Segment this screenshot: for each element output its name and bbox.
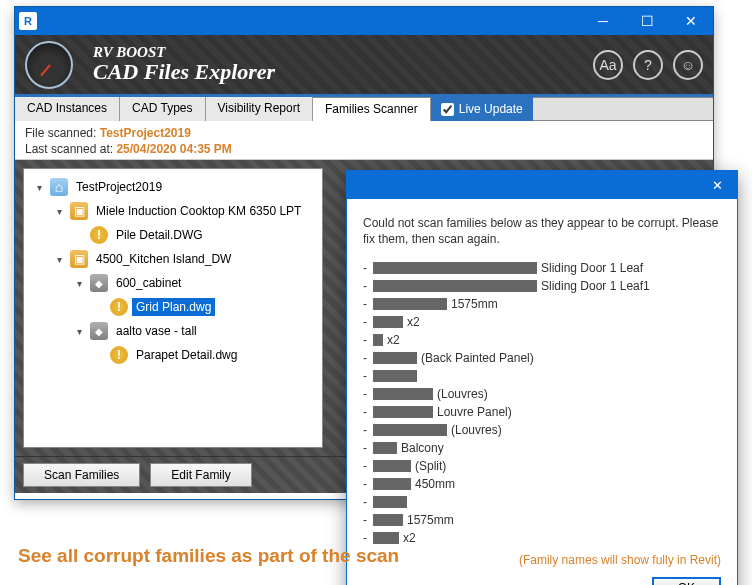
- box-icon: [70, 202, 88, 220]
- tree-node-label[interactable]: Miele Induction Cooktop KM 6350 LPT: [92, 202, 305, 220]
- redacted-name: [373, 316, 403, 328]
- file-scanned-value: TestProject2019: [100, 126, 191, 140]
- warn-icon: [110, 298, 128, 316]
- text-size-icon[interactable]: Aa: [593, 50, 623, 80]
- error-dialog: ✕ Could not scan families below as they …: [346, 170, 738, 585]
- tab-visibility-report[interactable]: Visibility Report: [206, 97, 313, 121]
- header-panel: RV BOOST CAD Files Explorer Aa ? ☺: [15, 35, 713, 97]
- family-tree[interactable]: ▾TestProject2019▾Miele Induction Cooktop…: [23, 168, 323, 448]
- tree-node-label[interactable]: Pile Detail.DWG: [112, 226, 207, 244]
- help-icon[interactable]: ?: [633, 50, 663, 80]
- tree-expander-icon[interactable]: ▾: [72, 278, 86, 289]
- corrupt-family-item: x2: [363, 529, 721, 547]
- minimize-button[interactable]: ─: [581, 7, 625, 35]
- dialog-ok-button[interactable]: OK: [652, 577, 721, 585]
- family-suffix: Sliding Door 1 Leaf1: [541, 277, 650, 295]
- dialog-title-bar: ✕: [347, 171, 737, 199]
- tree-node[interactable]: ▾4500_Kitchen Island_DW: [28, 247, 318, 271]
- corrupt-family-item: Sliding Door 1 Leaf: [363, 259, 721, 277]
- info-area: File scanned: TestProject2019 Last scann…: [15, 121, 713, 160]
- tree-node-label[interactable]: 600_cabinet: [112, 274, 185, 292]
- redacted-name: [373, 406, 433, 418]
- corrupt-family-item: Louvre Panel): [363, 403, 721, 421]
- warn-icon: [110, 346, 128, 364]
- live-update-checkbox[interactable]: [441, 103, 454, 116]
- corrupt-family-item: [363, 367, 721, 385]
- last-scanned-label: Last scanned at:: [25, 142, 113, 156]
- family-suffix: x2: [407, 313, 420, 331]
- corrupt-family-item: (Back Painted Panel): [363, 349, 721, 367]
- maximize-button[interactable]: ☐: [625, 7, 669, 35]
- tree-node[interactable]: ▾Miele Induction Cooktop KM 6350 LPT: [28, 199, 318, 223]
- title-bar: R ─ ☐ ✕: [15, 7, 713, 35]
- dialog-body: Could not scan families below as they ap…: [347, 199, 737, 585]
- tree-node[interactable]: Grid Plan.dwg: [28, 295, 318, 319]
- tree-node-label[interactable]: aalto vase - tall: [112, 322, 201, 340]
- tree-node-label[interactable]: Grid Plan.dwg: [132, 298, 215, 316]
- corrupt-family-item: Balcony: [363, 439, 721, 457]
- redacted-name: [373, 370, 417, 382]
- family-suffix: (Back Painted Panel): [421, 349, 534, 367]
- last-scanned-row: Last scanned at: 25/04/2020 04:35 PM: [25, 141, 703, 157]
- app-icon: R: [19, 12, 37, 30]
- family-suffix: (Split): [415, 457, 446, 475]
- scan-families-button[interactable]: Scan Families: [23, 463, 140, 487]
- last-scanned-value: 25/04/2020 04:35 PM: [116, 142, 231, 156]
- redacted-name: [373, 442, 397, 454]
- warn-icon: [90, 226, 108, 244]
- close-button[interactable]: ✕: [669, 7, 713, 35]
- family-suffix: x2: [387, 331, 400, 349]
- tree-node[interactable]: ▾600_cabinet: [28, 271, 318, 295]
- family-suffix: (Louvres): [437, 385, 488, 403]
- redacted-name: [373, 532, 399, 544]
- family-suffix: (Louvres): [451, 421, 502, 439]
- file-scanned-row: File scanned: TestProject2019: [25, 125, 703, 141]
- grey-icon: [90, 274, 108, 292]
- redacted-name: [373, 424, 447, 436]
- users-icon[interactable]: ☺: [673, 50, 703, 80]
- tab-cad-types[interactable]: CAD Types: [120, 97, 205, 121]
- tab-families-scanner[interactable]: Families Scanner: [313, 98, 431, 122]
- tree-node[interactable]: Pile Detail.DWG: [28, 223, 318, 247]
- family-suffix: Sliding Door 1 Leaf: [541, 259, 643, 277]
- corrupt-family-item: Sliding Door 1 Leaf1: [363, 277, 721, 295]
- tree-node[interactable]: ▾aalto vase - tall: [28, 319, 318, 343]
- live-update-toggle[interactable]: Live Update: [431, 97, 533, 121]
- box-icon: [70, 250, 88, 268]
- tab-cad-instances[interactable]: CAD Instances: [15, 97, 120, 121]
- edit-family-button[interactable]: Edit Family: [150, 463, 251, 487]
- tabs-row: CAD Instances CAD Types Visibility Repor…: [15, 97, 713, 121]
- brand-text: RV BOOST CAD Files Explorer: [93, 44, 275, 85]
- family-suffix: 450mm: [415, 475, 455, 493]
- redacted-name: [373, 334, 383, 346]
- grey-icon: [90, 322, 108, 340]
- tree-node[interactable]: Parapet Detail.dwg: [28, 343, 318, 367]
- family-suffix: 1575mm: [451, 295, 498, 313]
- redacted-name: [373, 460, 411, 472]
- corrupt-family-item: 1575mm: [363, 511, 721, 529]
- dialog-note: (Family names will show fully in Revit): [363, 553, 721, 567]
- tree-expander-icon[interactable]: ▾: [52, 206, 66, 217]
- family-suffix: 1575mm: [407, 511, 454, 529]
- file-scanned-label: File scanned:: [25, 126, 96, 140]
- tree-node-label[interactable]: 4500_Kitchen Island_DW: [92, 250, 235, 268]
- corrupt-family-item: [363, 493, 721, 511]
- tree-expander-icon[interactable]: ▾: [32, 182, 46, 193]
- corrupt-family-item: 450mm: [363, 475, 721, 493]
- tree-expander-icon[interactable]: ▾: [52, 254, 66, 265]
- house-icon: [50, 178, 68, 196]
- corrupt-families-list: Sliding Door 1 LeafSliding Door 1 Leaf11…: [363, 259, 721, 547]
- family-suffix: x2: [403, 529, 416, 547]
- tree-node[interactable]: ▾TestProject2019: [28, 175, 318, 199]
- dialog-close-button[interactable]: ✕: [697, 171, 737, 199]
- corrupt-family-item: x2: [363, 313, 721, 331]
- corrupt-family-item: (Louvres): [363, 385, 721, 403]
- tree-node-label[interactable]: Parapet Detail.dwg: [132, 346, 241, 364]
- tree-expander-icon[interactable]: ▾: [72, 326, 86, 337]
- tree-node-label[interactable]: TestProject2019: [72, 178, 166, 196]
- redacted-name: [373, 388, 433, 400]
- redacted-name: [373, 478, 411, 490]
- logo-gauge-icon: [25, 41, 83, 89]
- corrupt-family-item: (Louvres): [363, 421, 721, 439]
- redacted-name: [373, 352, 417, 364]
